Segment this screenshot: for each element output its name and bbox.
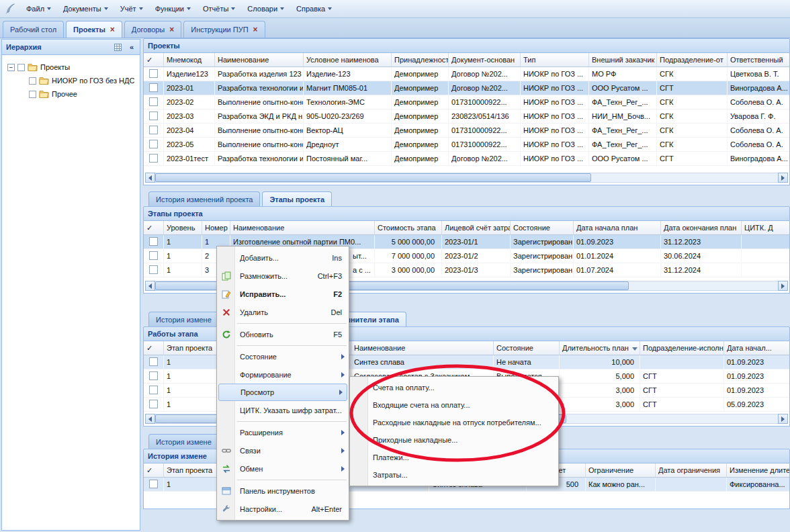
project-row[interactable]: 2023-03 Разработка ЭКД и РКД н... 905-U0…	[144, 109, 790, 124]
close-tab-icon[interactable]: ×	[253, 26, 258, 34]
scroll-left-button[interactable]	[145, 414, 155, 424]
scrollbar-thumb[interactable]	[155, 173, 591, 182]
tab-project-history[interactable]: История изменений проекта	[148, 191, 260, 206]
tab-project-stages[interactable]: Этапы проекта	[262, 191, 332, 206]
column-header[interactable]: Состояние	[511, 221, 574, 235]
row-checkbox[interactable]	[149, 251, 158, 260]
tree-node-niokr[interactable]: НИОКР по ГОЗ без НДС	[3, 74, 138, 87]
project-row[interactable]: 2023-02 Выполнение опытно-конс... Технол…	[144, 95, 790, 109]
scrollbar-track[interactable]	[155, 173, 778, 183]
column-header[interactable]: Подразделение-исполнитель..	[640, 341, 724, 355]
collapse-node-icon[interactable]: −	[7, 64, 15, 71]
tab-desktop[interactable]: Рабочий стол	[3, 21, 64, 38]
menu-functions[interactable]: Функции	[149, 0, 197, 17]
column-header[interactable]: Изменение длите...	[727, 463, 790, 478]
row-checkbox[interactable]	[149, 371, 158, 380]
submenu-item-costs[interactable]: Затраты...	[350, 466, 558, 484]
column-header[interactable]: Внешний заказчик	[589, 53, 657, 67]
tab-work-history[interactable]: История измене	[148, 434, 219, 449]
menu-documents[interactable]: Документы	[57, 0, 114, 17]
row-checkbox[interactable]	[149, 265, 158, 274]
projects-horizontal-scrollbar[interactable]	[145, 173, 788, 183]
menu-item-view[interactable]: Просмотр	[218, 384, 347, 401]
menu-item-links[interactable]: Связи	[217, 441, 349, 459]
column-header[interactable]: Длительность план	[560, 341, 640, 355]
row-checkbox[interactable]	[149, 140, 158, 148]
row-checkbox[interactable]	[149, 112, 158, 120]
menu-item-edit[interactable]: Исправить... F2	[217, 285, 349, 303]
menu-item-exchange[interactable]: Обмен	[217, 459, 349, 478]
column-header[interactable]: Условное наименова	[304, 53, 392, 67]
menu-help[interactable]: Справка	[290, 0, 338, 17]
tab-contracts[interactable]: Договоры×	[124, 21, 181, 38]
menu-item-refresh[interactable]: Обновить F5	[217, 325, 349, 343]
collapse-sidebar-icon[interactable]: «	[126, 42, 137, 52]
row-checkbox[interactable]	[149, 69, 158, 78]
column-header[interactable]: Дата начала план	[574, 221, 661, 235]
menu-reports[interactable]: Отчёты	[197, 0, 241, 17]
scroll-left-button[interactable]	[145, 281, 155, 291]
column-header[interactable]: Ограничение	[586, 463, 656, 478]
menu-item-delete[interactable]: Удалить Del	[217, 303, 349, 321]
tree-node-other[interactable]: Прочее	[3, 87, 138, 101]
submenu-item-incoming-waybills[interactable]: Приходные накладные...	[350, 431, 558, 449]
submenu-item-incoming-invoices[interactable]: Входящие счета на оплату...	[350, 396, 558, 414]
tree-checkbox[interactable]	[17, 64, 25, 71]
select-all-header[interactable]: ✓	[144, 463, 164, 478]
scroll-right-button[interactable]	[778, 173, 788, 183]
row-checkbox[interactable]	[149, 126, 158, 134]
row-checkbox[interactable]	[149, 237, 158, 246]
menu-item-extensions[interactable]: Расширения	[217, 423, 349, 441]
project-row[interactable]: 2023-01 Разработка технологии и... Магни…	[144, 81, 790, 95]
project-row[interactable]: 2023-05 Выполнение опытно-конс... Дредно…	[144, 138, 790, 152]
row-checkbox[interactable]	[149, 97, 158, 106]
column-header[interactable]: Ответственный	[728, 53, 790, 67]
menu-item-citk-code[interactable]: ЦИТК. Указать шифр затрат...	[217, 401, 349, 419]
column-header[interactable]: Дата ограничения	[656, 463, 727, 478]
column-header[interactable]: Уровень	[164, 221, 202, 235]
menu-file[interactable]: Файл	[20, 0, 57, 17]
column-header[interactable]: Принадлежность	[392, 53, 449, 67]
menu-item-add[interactable]: Добавить... Ins	[217, 249, 349, 267]
row-checkbox[interactable]	[149, 480, 158, 488]
select-all-header[interactable]: ✓	[144, 53, 164, 67]
column-header[interactable]: Дата начал...	[724, 341, 790, 355]
column-header[interactable]: Дата окончания план	[661, 221, 742, 235]
column-header[interactable]: Этап проекта	[164, 341, 221, 355]
row-checkbox[interactable]	[149, 83, 158, 92]
column-header[interactable]: Наименование	[215, 53, 304, 67]
column-header[interactable]: Номер	[202, 221, 230, 235]
column-header[interactable]: Наименование	[351, 341, 494, 355]
tree-checkbox[interactable]	[29, 77, 36, 85]
menu-item-state[interactable]: Состояние	[217, 347, 349, 365]
column-header[interactable]: ЦИТК. Д	[742, 221, 790, 235]
tab-pup-instructions[interactable]: Инструкции ПУП×	[183, 21, 265, 38]
scroll-right-button[interactable]	[778, 281, 788, 291]
project-row[interactable]: Изделие123 Разработка изделия 123 Издели…	[144, 67, 790, 81]
column-header[interactable]: Подразделение-от	[657, 53, 728, 67]
column-header[interactable]: Лицевой счёт затрат.	[442, 221, 511, 235]
tab-projects[interactable]: Проекты×	[66, 21, 122, 38]
menu-accounting[interactable]: Учёт	[114, 0, 149, 17]
close-tab-icon[interactable]: ×	[110, 26, 115, 34]
column-header[interactable]: Тип	[521, 53, 589, 67]
row-checkbox[interactable]	[149, 400, 158, 408]
grid-view-icon[interactable]	[112, 42, 123, 52]
row-checkbox[interactable]	[149, 357, 158, 366]
tree-node-projects[interactable]: − Проекты	[3, 60, 138, 74]
select-all-header[interactable]: ✓	[144, 221, 164, 235]
row-checkbox[interactable]	[149, 386, 158, 394]
submenu-item-payments[interactable]: Платежи...	[350, 449, 558, 466]
column-header[interactable]: Стоимость этапа	[375, 221, 442, 235]
menu-dictionaries[interactable]: Словари	[241, 0, 290, 17]
menu-item-duplicate[interactable]: Размножить... Ctrl+F3	[217, 267, 349, 285]
column-header[interactable]: Наименование	[230, 221, 375, 235]
close-tab-icon[interactable]: ×	[169, 26, 174, 34]
column-header[interactable]: Этап проекта	[164, 463, 221, 478]
tab-stage-history[interactable]: История измене	[148, 312, 219, 326]
column-header[interactable]: Документ-основан	[449, 53, 521, 67]
submenu-item-invoices[interactable]: Счета на оплату...	[350, 379, 558, 396]
menu-item-formation[interactable]: Формирование	[217, 365, 349, 384]
scroll-left-button[interactable]	[145, 173, 155, 183]
column-header[interactable]: Состояние	[494, 341, 560, 355]
